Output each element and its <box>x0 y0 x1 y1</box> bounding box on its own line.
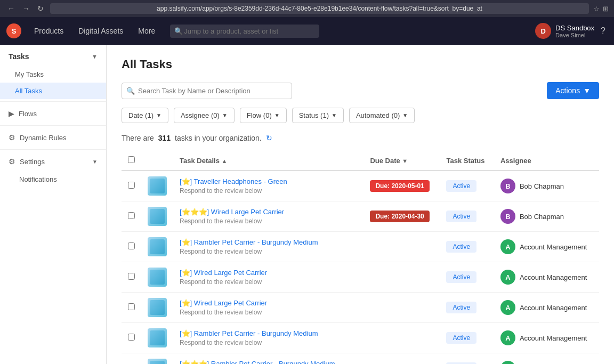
sort-due-date-icon: ▼ <box>402 158 408 164</box>
header-task-status[interactable]: Task Status <box>440 151 494 171</box>
main-content: All Tasks 🔍 Actions ▼ Date (1) ▼ Assigne… <box>107 45 614 364</box>
assignee-avatar-1: B <box>500 209 515 224</box>
search-actions-row: 🔍 Actions ▼ <box>122 82 599 99</box>
dynamic-rules-icon: ⚙ <box>9 133 15 142</box>
header-select-all <box>122 151 141 171</box>
sidebar-item-flows[interactable]: ▶ Flows <box>0 104 106 123</box>
task-subtitle-0: Respond to the review below <box>180 187 262 195</box>
filter-flow[interactable]: Flow (0) ▼ <box>240 108 287 123</box>
help-icon[interactable]: ? <box>599 24 608 38</box>
user-avatar: D <box>535 23 551 39</box>
sidebar-item-all-tasks[interactable]: All Tasks <box>0 83 106 99</box>
row-thumbnail-3 <box>141 262 173 293</box>
table-row: [⭐] Wired Large Pet Carrier Respond to t… <box>122 262 599 293</box>
row-due-date-6 <box>363 353 440 365</box>
refresh-count-icon[interactable]: ↻ <box>266 134 272 142</box>
task-title-link-0[interactable]: [⭐] Traveller Headphones - Green <box>180 177 344 185</box>
back-button[interactable]: ← <box>5 3 17 14</box>
task-title-link-2[interactable]: [⭐] Rambler Pet Carrier - Burgundy Mediu… <box>180 238 344 246</box>
nav-digital-assets[interactable]: Digital Assets <box>72 23 130 38</box>
nav-more[interactable]: More <box>132 23 161 38</box>
assignee-avatar-3: A <box>500 270 515 285</box>
row-checkbox-cell-2 <box>122 232 141 262</box>
row-task-details-2: [⭐] Rambler Pet Carrier - Burgundy Mediu… <box>173 232 351 262</box>
task-subtitle-4: Respond to the review below <box>180 309 262 316</box>
filter-automated[interactable]: Automated (0) ▼ <box>349 108 415 123</box>
header-thumbnail <box>141 151 173 171</box>
thumbnail-inner-0 <box>150 179 165 193</box>
header-due-date[interactable]: Due Date ▼ <box>363 151 440 171</box>
row-status-5: Active <box>440 323 494 353</box>
row-status-3: Active <box>440 262 494 293</box>
assignee-cell-1: B Bob Chapman <box>500 209 593 224</box>
task-table-body: [⭐] Traveller Headphones - Green Respond… <box>122 171 599 364</box>
row-checkbox-cell-4 <box>122 293 141 323</box>
assignee-cell-5: A Account Management <box>500 330 593 345</box>
sidebar-item-my-tasks[interactable]: My Tasks <box>0 66 106 83</box>
row-spacer-4 <box>351 293 363 323</box>
row-due-date-0: Due: 2020-05-01 <box>363 171 440 201</box>
task-search-wrapper: 🔍 <box>122 83 292 99</box>
task-thumbnail-6 <box>148 359 167 364</box>
status-badge-3: Active <box>446 271 476 283</box>
status-badge-5: Active <box>446 332 476 344</box>
task-title-link-6[interactable]: [⭐⭐⭐] Rambler Pet Carrier - Burgundy Med… <box>180 360 344 364</box>
task-title-link-3[interactable]: [⭐] Wired Large Pet Carrier <box>180 269 344 277</box>
task-title-link-5[interactable]: [⭐] Rambler Pet Carrier - Burgundy Mediu… <box>180 329 344 337</box>
select-all-checkbox[interactable] <box>128 156 135 163</box>
sidebar: Tasks ▼ My Tasks All Tasks ▶ Flows ⚙ Dyn… <box>0 45 107 364</box>
row-checkbox-4[interactable] <box>128 303 135 310</box>
row-checkbox-3[interactable] <box>128 273 135 280</box>
thumbnail-inner-4 <box>150 300 165 315</box>
sidebar-item-notifications[interactable]: Notifications <box>0 171 106 188</box>
header-assignee[interactable]: Assignee <box>494 151 599 171</box>
assignee-name-1: Bob Chapman <box>520 213 564 221</box>
row-task-details-6: [⭐⭐⭐] Rambler Pet Carrier - Burgundy Med… <box>173 353 351 365</box>
row-checkbox-1[interactable] <box>128 212 135 219</box>
row-thumbnail-2 <box>141 232 173 262</box>
tasks-section-header[interactable]: Tasks ▼ <box>0 45 106 66</box>
nav-products[interactable]: Products <box>28 23 70 38</box>
row-status-6: Active <box>440 353 494 365</box>
row-checkbox-0[interactable] <box>128 182 135 189</box>
thumbnail-inner-1 <box>150 209 165 224</box>
tasks-section: Tasks ▼ My Tasks All Tasks <box>0 45 106 99</box>
forward-button[interactable]: → <box>20 3 32 14</box>
main-layout: Tasks ▼ My Tasks All Tasks ▶ Flows ⚙ Dyn… <box>0 45 614 364</box>
url-bar[interactable] <box>50 3 589 14</box>
global-search-input[interactable] <box>170 25 319 38</box>
sidebar-item-dynamic-rules[interactable]: ⚙ Dynamic Rules <box>0 128 106 147</box>
filter-date[interactable]: Date (1) ▼ <box>122 108 168 123</box>
nav-right-area: D DS Sandbox Dave Simel ? <box>535 23 608 39</box>
global-search-area: 🔍 <box>170 25 527 38</box>
filter-status[interactable]: Status (1) ▼ <box>292 108 344 123</box>
refresh-button[interactable]: ↻ <box>35 3 46 14</box>
tasks-chevron-icon: ▼ <box>92 53 98 60</box>
task-count-prefix: There are <box>122 134 154 142</box>
task-search-input[interactable] <box>122 83 292 99</box>
task-table: Task Details ▲ Due Date ▼ Task Status As… <box>122 151 599 364</box>
task-count-row: There are 311 tasks in your organization… <box>122 134 599 142</box>
task-count-number: 311 <box>158 134 171 142</box>
filter-automated-chevron-icon: ▼ <box>402 112 408 118</box>
row-checkbox-5[interactable] <box>128 334 135 341</box>
task-title-link-4[interactable]: [⭐] Wired Large Pet Carrier <box>180 299 344 307</box>
assignee-name-3: Account Management <box>520 273 587 281</box>
row-thumbnail-4 <box>141 293 173 323</box>
task-thumbnail-2 <box>148 237 167 256</box>
user-name: Dave Simel <box>555 32 594 38</box>
row-assignee-4: A Account Management <box>494 293 599 323</box>
dynamic-rules-label: Dynamic Rules <box>20 134 66 142</box>
row-spacer-5 <box>351 323 363 353</box>
row-checkbox-2[interactable] <box>128 242 135 249</box>
thumbnail-inner-3 <box>150 270 165 285</box>
table-row: [⭐] Rambler Pet Carrier - Burgundy Mediu… <box>122 232 599 262</box>
assignee-cell-4: A Account Management <box>500 300 593 315</box>
sidebar-item-settings[interactable]: ⚙ Settings ▼ <box>0 152 106 171</box>
task-title-link-1[interactable]: [⭐⭐⭐] Wired Large Pet Carrier <box>180 208 344 216</box>
actions-button[interactable]: Actions ▼ <box>547 82 599 99</box>
header-task-details[interactable]: Task Details ▲ <box>173 151 351 171</box>
task-thumbnail-3 <box>148 268 167 287</box>
app-logo: S <box>6 23 21 38</box>
filter-assignee[interactable]: Assignee (0) ▼ <box>174 108 235 123</box>
